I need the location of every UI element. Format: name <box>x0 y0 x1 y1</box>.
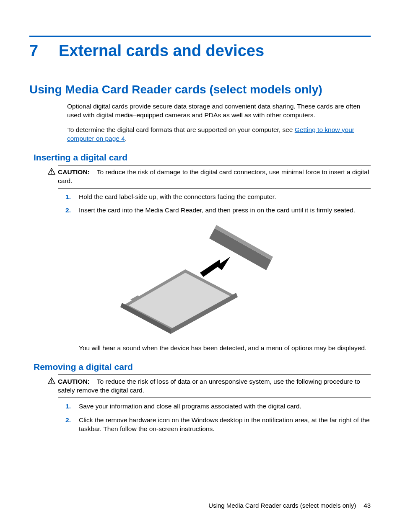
section-title: Using Media Card Reader cards (select mo… <box>29 83 371 96</box>
caution-icon <box>48 377 55 384</box>
chapter-number: 7 <box>29 42 59 60</box>
list-item: Insert the card into the Media Card Read… <box>65 206 371 215</box>
inserting-steps: Hold the card label-side up, with the co… <box>65 193 371 215</box>
svg-point-1 <box>51 173 52 173</box>
caution-icon <box>48 168 55 175</box>
chapter-heading: 7 External cards and devices <box>29 42 371 60</box>
figure-insert-card <box>112 223 288 336</box>
page-number: 43 <box>364 502 371 509</box>
caution-text: To reduce the risk of loss of data or an… <box>58 378 360 394</box>
chapter-title: External cards and devices <box>59 42 264 60</box>
caution-box: CAUTION: To reduce the risk of damage to… <box>58 165 371 189</box>
removing-steps: Save your information and close all prog… <box>65 402 371 434</box>
subsection-inserting: Inserting a digital card <box>34 152 371 163</box>
list-item: Click the remove hardware icon on the Wi… <box>65 416 371 434</box>
chapter-rule <box>29 36 371 37</box>
svg-marker-9 <box>129 273 230 328</box>
svg-marker-5 <box>200 257 230 277</box>
intro2-post: . <box>125 135 127 142</box>
page-footer: Using Media Card Reader cards (select mo… <box>208 502 371 509</box>
svg-point-12 <box>51 382 52 383</box>
inserting-note: You will hear a sound when the device ha… <box>79 344 371 353</box>
caution-text: To reduce the risk of damage to the digi… <box>58 168 369 184</box>
list-item: Hold the card label-side up, with the co… <box>65 193 371 201</box>
caution-box: CAUTION: To reduce the risk of loss of d… <box>58 374 371 398</box>
intro-paragraph-1: Optional digital cards provide secure da… <box>67 102 371 120</box>
intro2-pre: To determine the digital card formats th… <box>67 126 295 133</box>
subsection-removing: Removing a digital card <box>34 362 371 372</box>
footer-text: Using Media Card Reader cards (select mo… <box>208 502 356 509</box>
caution-label: CAUTION: <box>58 168 90 176</box>
caution-label: CAUTION: <box>58 378 90 385</box>
intro-paragraph-2: To determine the digital card formats th… <box>67 126 371 143</box>
section-intro: Optional digital cards provide secure da… <box>29 102 371 143</box>
list-item: Save your information and close all prog… <box>65 402 371 411</box>
